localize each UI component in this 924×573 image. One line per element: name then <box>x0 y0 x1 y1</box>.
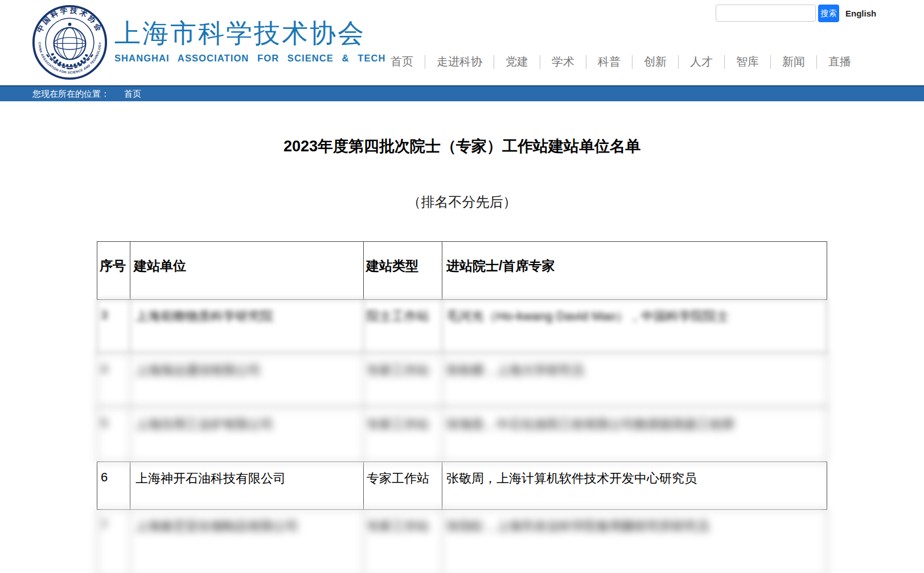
cell-expert: 张海燕，中石化洛阳工程有限公司教授级高级工程师 <box>442 408 827 461</box>
workstation-table: 序号 建站单位 建站类型 进站院士/首席专家 3 上海前瞻物质科学研究院 院士工… <box>97 241 827 573</box>
col-header-expert: 进站院士/首席专家 <box>442 242 827 299</box>
search-button[interactable]: 搜索 <box>818 5 839 22</box>
main-nav: 首页走进科协党建学术科普创新人才智库新闻直播 <box>379 54 863 69</box>
table-row: 4 上海海达通信有限公司 专家工作站 朱秋棵，上海大学研究员 <box>97 353 827 408</box>
breadcrumb: 您现在所在的位置： 首页 <box>0 85 924 101</box>
nav-item-1[interactable]: 走进科协 <box>425 54 494 69</box>
nav-item-3[interactable]: 学术 <box>540 54 586 69</box>
nav-item-6[interactable]: 人才 <box>679 54 724 69</box>
table-row: 6 上海神开石油科技有限公司 专家工作站 张敬周，上海计算机软件技术开发中心研究… <box>97 461 827 510</box>
main-content: 2023年度第四批次院士（专家）工作站建站单位名单 （排名不分先后） 序号 建站… <box>0 136 924 573</box>
breadcrumb-label: 您现在所在的位置： <box>32 89 109 100</box>
cell-type: 专家工作站 <box>364 462 442 509</box>
cell-expert: 张劲松，上海市农业科学院食用菌研究所研究员 <box>442 510 827 573</box>
nav-item-0[interactable]: 首页 <box>379 54 425 69</box>
cell-unit: 上海神开石油科技有限公司 <box>130 462 364 509</box>
breadcrumb-home-link[interactable]: 首页 <box>124 89 141 100</box>
cell-type: 院士工作站 <box>364 300 442 353</box>
site-title: 上海市科学技术协会 <box>114 19 386 48</box>
cell-unit: 上海春芝堂生物制品有限公司 <box>130 510 364 573</box>
col-header-type: 建站类型 <box>364 242 442 299</box>
cell-expert: 张敬周，上海计算机软件技术开发中心研究员 <box>442 462 827 509</box>
col-header-unit: 建站单位 <box>130 242 364 299</box>
nav-item-8[interactable]: 新闻 <box>771 54 816 69</box>
table-header-row: 序号 建站单位 建站类型 进站院士/首席专家 <box>97 241 827 300</box>
cell-no: 4 <box>97 354 130 407</box>
english-link[interactable]: English <box>845 9 876 18</box>
nav-item-5[interactable]: 创新 <box>633 54 678 69</box>
cell-type: 专家工作站 <box>364 408 442 461</box>
cell-unit: 上海海达通信有限公司 <box>130 354 364 407</box>
table-row: 3 上海前瞻物质科学研究院 院士工作站 毛河光（Ho-kwang David M… <box>97 299 827 354</box>
cell-expert: 朱秋棵，上海大学研究员 <box>442 354 827 407</box>
table-row: 5 上海浩用工业炉有限公司 专家工作站 张海燕，中石化洛阳工程有限公司教授级高级… <box>97 407 827 462</box>
site-brand: 上海市科学技术协会 SHANGHAI ASSOCIATION FOR SCIEN… <box>114 19 386 64</box>
cell-type: 专家工作站 <box>364 510 442 573</box>
cell-no: 6 <box>97 462 130 509</box>
search-input[interactable] <box>716 5 816 22</box>
cell-no: 5 <box>97 408 130 461</box>
site-subtitle: SHANGHAI ASSOCIATION FOR SCIENCE & TECH <box>114 53 386 64</box>
table-row: 7 上海春芝堂生物制品有限公司 专家工作站 张劲松，上海市农业科学院食用菌研究所… <box>97 509 827 573</box>
page-title: 2023年度第四批次院士（专家）工作站建站单位名单 <box>0 136 924 156</box>
cell-unit: 上海前瞻物质科学研究院 <box>130 300 364 353</box>
seal-dot-icon <box>68 23 72 26</box>
cell-no: 3 <box>97 300 130 353</box>
nav-item-2[interactable]: 党建 <box>494 54 540 69</box>
nav-item-9[interactable]: 直播 <box>817 54 863 69</box>
nav-item-7[interactable]: 智库 <box>725 54 770 69</box>
cell-no: 7 <box>97 510 130 573</box>
cell-type: 专家工作站 <box>364 354 442 407</box>
site-header: 中国科学技术协会 CHINA ASSOCIATION FOR SCIENCE A… <box>0 0 924 85</box>
nav-item-4[interactable]: 科普 <box>586 54 632 69</box>
cast-seal-logo: 中国科学技术协会 CHINA ASSOCIATION FOR SCIENCE A… <box>31 4 108 81</box>
page-subtitle: （排名不分先后） <box>0 193 924 211</box>
table-body: 3 上海前瞻物质科学研究院 院士工作站 毛河光（Ho-kwang David M… <box>97 299 827 573</box>
col-header-no: 序号 <box>97 242 130 299</box>
cell-expert: 毛河光（Ho-kwang David Mao），中国科学院院士 <box>442 300 827 353</box>
cell-unit: 上海浩用工业炉有限公司 <box>130 408 364 461</box>
